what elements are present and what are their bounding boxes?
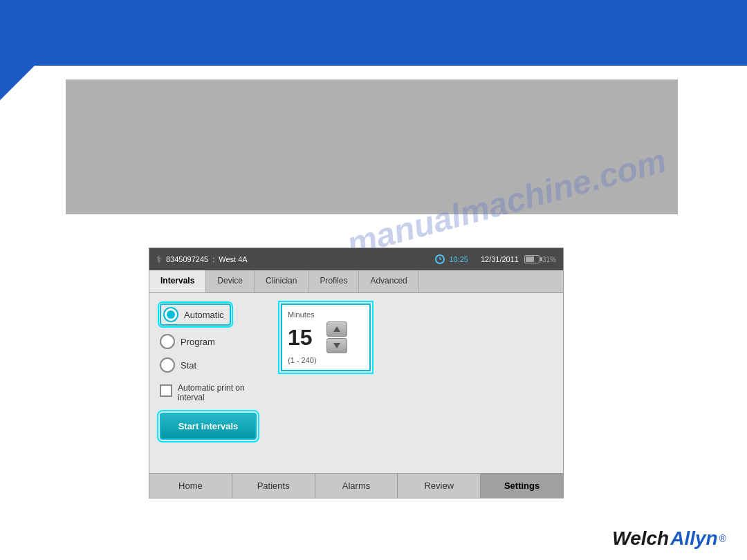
radio-program-button[interactable] — [160, 334, 175, 349]
tab-device[interactable]: Device — [206, 270, 255, 292]
svg-marker-3 — [333, 343, 340, 348]
battery-percent: 31% — [542, 256, 556, 263]
corner-decoration — [0, 66, 35, 100]
logo-registered: ® — [719, 533, 726, 544]
separator: : — [212, 255, 214, 263]
tab-clinician[interactable]: Clinician — [255, 270, 308, 292]
radio-stat[interactable]: Stat — [160, 357, 270, 373]
spinner-buttons — [326, 321, 347, 353]
tab-advanced[interactable]: Advanced — [359, 270, 418, 292]
radio-program-label: Program — [181, 337, 215, 347]
logo-allyn: Allyn — [670, 528, 717, 550]
nav-review[interactable]: Review — [398, 474, 481, 498]
date-section: 12/31/2011 — [481, 255, 519, 263]
status-bar: ⚕ 8345097245 : West 4A 10:25 12/31/2011 … — [149, 248, 563, 270]
spinner-row: 15 — [288, 321, 347, 353]
radio-stat-label: Stat — [181, 360, 196, 371]
clock-icon — [435, 254, 445, 264]
radio-automatic-fill — [167, 310, 175, 319]
checkbox-auto-print-label: Automatic print on interval — [178, 383, 270, 402]
patient-location: West 4A — [219, 255, 247, 263]
spinner-range: (1 - 240) — [288, 356, 317, 364]
device-panel: ⚕ 8345097245 : West 4A 10:25 12/31/2011 … — [149, 248, 564, 498]
minutes-label: Minutes — [288, 310, 315, 319]
content-image-area: manualmachine.com — [66, 80, 678, 214]
minutes-spinner: Minutes 15 — [281, 304, 371, 371]
radio-program[interactable]: Program — [160, 334, 270, 349]
radio-automatic[interactable]: Automatic — [160, 304, 270, 326]
tab-intervals[interactable]: Intervals — [149, 270, 206, 292]
spinner-decrement-button[interactable] — [326, 338, 347, 353]
patient-id: 8345097245 — [166, 255, 208, 263]
radio-automatic-highlight: Automatic — [160, 304, 231, 326]
battery-fill — [526, 256, 534, 262]
battery-section: 31% — [524, 255, 556, 263]
watermark: manualmachine.com — [343, 141, 670, 263]
right-column: Minutes 15 — [281, 304, 553, 463]
caduceus-icon: ⚕ — [156, 254, 162, 265]
bottom-nav: Home Patients Alarms Review Settings — [149, 473, 563, 498]
current-date: 12/31/2011 — [481, 255, 519, 263]
radio-automatic-label: Automatic — [184, 310, 224, 320]
spinner-increment-button[interactable] — [326, 321, 347, 337]
logo-area: Welch Allyn ® — [612, 528, 726, 550]
time-section: 10:25 — [435, 254, 468, 264]
patient-info: ⚕ 8345097245 : West 4A — [156, 254, 430, 265]
tab-profiles[interactable]: Profiles — [308, 270, 359, 292]
logo-welch: Welch — [612, 528, 669, 550]
nav-settings[interactable]: Settings — [481, 474, 563, 498]
current-time: 10:25 — [449, 255, 468, 263]
header-bar — [0, 0, 747, 66]
nav-patients[interactable]: Patients — [232, 474, 315, 498]
checkbox-auto-print-box[interactable] — [160, 384, 172, 397]
radio-stat-button[interactable] — [160, 357, 175, 373]
left-column: Automatic Program Stat Automatic print o… — [160, 304, 270, 463]
start-intervals-button[interactable]: Start intervals — [160, 413, 257, 440]
nav-alarms[interactable]: Alarms — [315, 474, 398, 498]
spinner-value: 15 — [288, 325, 322, 351]
nav-home[interactable]: Home — [149, 474, 232, 498]
radio-automatic-button[interactable] — [163, 307, 178, 322]
checkbox-auto-print[interactable]: Automatic print on interval — [160, 383, 270, 402]
main-content: Automatic Program Stat Automatic print o… — [149, 293, 563, 473]
battery-icon — [524, 255, 540, 263]
svg-marker-2 — [333, 326, 340, 332]
tab-bar: Intervals Device Clinician Profiles Adva… — [149, 270, 563, 293]
